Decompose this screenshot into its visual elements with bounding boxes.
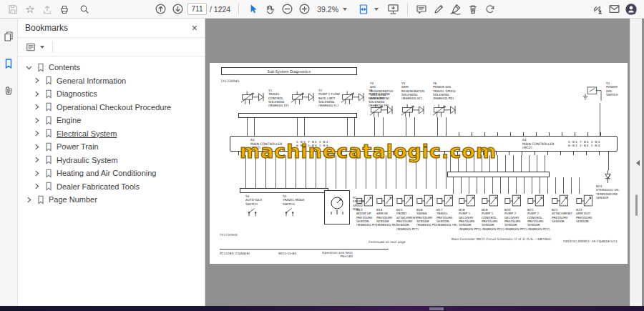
chevron-right-icon[interactable] [33, 129, 41, 137]
zoom-level-value[interactable]: 39.2% [317, 5, 338, 14]
options-divider [52, 41, 53, 53]
schematic-component: S1 POWER DIG SWITCH [582, 82, 618, 103]
save-icon[interactable] [4, 1, 21, 17]
schematic-component: B21 PUMP 2 CONTROL PRESSURE SENSOR (MARK… [527, 194, 550, 231]
toolbar-divider [238, 3, 239, 15]
right-panel-collapse-icon[interactable] [636, 160, 640, 166]
sidebar-item-power-train[interactable]: Power Train [18, 140, 205, 154]
footer-caption: Continued on next page [369, 240, 406, 244]
chevron-right-icon[interactable] [33, 143, 41, 151]
chevron-right-icon[interactable] [33, 182, 41, 190]
close-panel-icon[interactable]: × [192, 23, 197, 33]
document-area: Sub-System Diagnostics TX1230945 Y1 TRAV… [205, 19, 644, 306]
bookmark-icon [44, 142, 53, 152]
select-tool-icon[interactable] [244, 1, 261, 17]
bookmark-icon [44, 182, 53, 191]
redo-icon[interactable] [482, 1, 499, 17]
hand-tool-icon[interactable] [261, 1, 278, 17]
toolbar-divider [407, 3, 408, 15]
sidebar-item-operational-checkout[interactable]: Operational Checkout Procedure [18, 101, 205, 114]
next-page-icon[interactable] [169, 1, 186, 17]
schematic-component: B18 PUMP 1 DELIVERY PRESSURE SENSOR (MAR… [459, 194, 481, 231]
pdf-viewer-window: ☆ / 1224 39.2% [0, 0, 644, 311]
taskbar-item [429, 307, 444, 310]
bookmark-icon [44, 76, 53, 85]
schematic-component: Y5 ARM REGENERATIVE SOLENOID (MARKED AC) [401, 82, 427, 117]
schematic-component: B22 ATTACHMENT PRESSURE SENSOR [552, 194, 572, 223]
schematic-title-box: Sub-System Diagnostics [221, 67, 357, 75]
email-icon[interactable] [605, 1, 623, 17]
fit-dropdown-caret-icon[interactable] [374, 8, 379, 11]
sidebar-item-page-number[interactable]: Page Number [18, 193, 205, 207]
zoom-out-icon[interactable] [278, 1, 296, 17]
sidebar-item-heating-ac[interactable]: Heating and Air Conditioning [18, 167, 205, 180]
attachments-icon[interactable] [1, 83, 16, 99]
share-link-icon[interactable] [588, 1, 605, 17]
pdf-page[interactable]: Sub-System Diagnostics TX1230945 Y1 TRAV… [210, 63, 628, 264]
toolbar: ☆ / 1224 39.2% [0, 0, 644, 19]
page-thumbnails-icon[interactable] [1, 29, 16, 44]
schematic-component: B15 FRONT ATTACHMENT PRESSURE SENSOR (MA… [396, 194, 419, 231]
bookmarks-panel-icon[interactable] [1, 56, 16, 71]
schematic-component: S4 AUTO-IDLE SWITCH [245, 194, 262, 217]
schematic-component: Y2 PUMP 1 FLOW RATE LIMIT SOLENOID (MARK… [291, 89, 340, 108]
chevron-right-icon[interactable] [33, 76, 41, 84]
presentation-icon[interactable] [385, 1, 402, 17]
chevron-right-icon[interactable] [33, 169, 41, 177]
sign-icon[interactable] [447, 1, 464, 17]
chevron-right-icon[interactable] [33, 156, 41, 164]
page-number-input[interactable] [187, 3, 207, 15]
bookmark-icon [44, 169, 53, 178]
chevron-right-icon[interactable] [33, 103, 41, 111]
sidebar-item-diagnostics[interactable]: Diagnostics [18, 87, 205, 101]
chevron-right-icon[interactable] [33, 90, 41, 98]
schematic-component: B19 PUMP 1 CONTROL PRESSURE SENSOR (MARK… [482, 194, 504, 231]
connector-bar [238, 113, 357, 118]
sidebar-item-electrical-system[interactable]: Electrical System [18, 127, 205, 141]
schematic-component: S5 TRAVEL MODE SWITCH [283, 194, 305, 217]
temp-sensor-icon [604, 170, 612, 183]
previous-page-icon[interactable] [152, 1, 169, 17]
profile-avatar-icon[interactable] [623, 1, 640, 17]
bookmark-icon [36, 195, 45, 204]
schematic-label: B24 HYDRAULIC OIL TEMPERATURE SENSOR [596, 184, 626, 199]
footer-fig-code: TX1230946 [220, 233, 238, 237]
sidebar-item-engine[interactable]: Engine [18, 114, 205, 127]
footer-code: TX03742,0000F3 -19-23JAN18-5/11 [545, 240, 618, 243]
footer-right: Operation and Tests PN=183 [310, 251, 353, 258]
schematic-component: Y6 POWER DIG TRAVEL SPEED SOLENOID (MARK… [433, 82, 459, 117]
sidebar-item-hydraulic-system[interactable]: Hydraulic System [18, 154, 205, 167]
sidebar-item-general-information[interactable]: General Information [18, 74, 205, 88]
page-total-label: / 1224 [210, 5, 230, 14]
bookmark-icon [44, 102, 53, 112]
highlight-pen-icon[interactable] [430, 1, 447, 17]
schematic-component [324, 190, 350, 224]
taskbar-strip [0, 306, 644, 311]
schematic-component: B16 SWING PRESSURE SENSOR (MARKED PS) [416, 194, 437, 227]
zoom-dropdown-caret-icon[interactable] [343, 8, 347, 11]
chevron-down-icon[interactable] [25, 64, 33, 71]
bookmarks-panel: Bookmarks × Contents Ge [18, 19, 205, 306]
fit-width-icon[interactable] [355, 1, 372, 17]
sidebar-item-dealer-fabricated-tools[interactable]: Dealer Fabricated Tools [18, 180, 205, 194]
chevron-right-icon[interactable] [25, 196, 33, 204]
options-caret-icon[interactable] [40, 46, 44, 49]
comment-icon[interactable] [413, 1, 430, 17]
watermark: machinecatalogic.com [240, 140, 476, 162]
schematic-component: B13 BOOM UP PRESSURE SENSOR (MARKED PH) [356, 194, 377, 227]
share-upload-icon[interactable] [39, 1, 56, 17]
delete-icon[interactable] [464, 1, 482, 17]
scrollbar-thumb[interactable] [635, 194, 638, 216]
schematic-component: Y1 TRAVEL CONTROL SOLENOID (MARKED ST) [241, 89, 289, 108]
sidebar-item-contents[interactable]: Contents [18, 61, 205, 74]
footer-schematic-title: Main Controller (MC2) Circuit Schematic … [452, 237, 551, 241]
chevron-right-icon[interactable] [33, 117, 41, 124]
bookmark-options-icon[interactable] [24, 41, 38, 54]
bookmarks-panel-header: Bookmarks × [18, 19, 205, 38]
zoom-in-icon[interactable] [296, 1, 313, 17]
star-icon[interactable]: ☆ [21, 1, 39, 17]
search-icon[interactable] [76, 1, 93, 17]
footer-page-number: 9015-15-83 [278, 252, 296, 255]
sidebar-rail [0, 19, 18, 306]
print-icon[interactable] [56, 1, 73, 17]
